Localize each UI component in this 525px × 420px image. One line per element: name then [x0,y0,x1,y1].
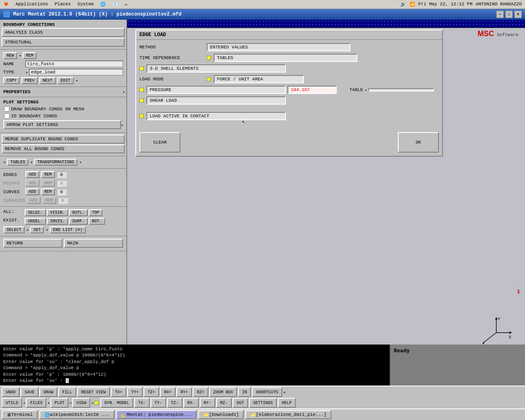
view-button[interactable]: VIEW [72,398,90,408]
terminal-icon: 🖥 [7,412,11,418]
tx-plus-button[interactable]: TX+ [111,387,126,397]
taskbar-downloads[interactable]: 📁 [Downloads] [198,410,244,419]
tx-minus-button[interactable]: TX- [134,398,150,408]
end-list-button[interactable]: END LIST (#) [50,226,86,233]
settings-button[interactable]: SETTINGS [249,398,277,408]
clear-button[interactable]: CLEAR [139,132,180,153]
taskbar-elaborazione[interactable]: 📁 [elaborazione_dati_pie...] [245,410,331,419]
out-button[interactable]: OUT [233,398,248,408]
rx-plus-button[interactable]: RX+ [160,387,176,397]
taskbar: 🖥 Terminal 🌐 wikipaom2015:lez28 ... 📐 Me… [0,409,525,420]
selec-button[interactable]: SELEC. [25,209,46,216]
ty-minus-button[interactable]: TY- [151,398,166,408]
edges-label: EDGES [3,172,24,177]
points-row: POINTS ADD REM 0 [2,179,125,187]
next-button[interactable]: NEXT [39,77,56,84]
taskbar-wiki[interactable]: 🌐 wikipaom2015:lez28 ... [39,410,114,419]
return-button[interactable]: RETURN [3,239,62,248]
draw-boundary-checkbox[interactable] [4,106,9,112]
system-menu[interactable]: System [78,2,94,7]
rx-minus-button[interactable]: RX- [183,398,199,408]
tz-minus-button[interactable]: TZ- [167,398,183,408]
utils-button[interactable]: UTILS [2,398,22,408]
top-button[interactable]: TOP [89,209,103,216]
ty-plus-button[interactable]: TY+ [127,387,143,397]
app-icon: 🦊 [3,2,9,7]
visib-button[interactable]: VISIB. [47,209,68,216]
arrow-plot-button[interactable]: ARROW PLOT SETTINGS [3,120,121,129]
rem-button[interactable]: REM [23,52,37,59]
minimize-button[interactable]: − [496,11,504,18]
plot-button[interactable]: PLOT [50,398,68,408]
type-input[interactable] [29,69,123,75]
edges-rem-button[interactable]: REM [41,171,55,178]
unsel-button[interactable]: UNSEL. [25,218,46,225]
zoom-box-button[interactable]: ZOOM BOX [209,387,237,397]
rz-minus-button[interactable]: RZ- [216,398,232,408]
console-line-4: Command > *apply_dof_value p [3,365,386,371]
curves-add-button[interactable]: ADD [25,188,39,195]
new-button[interactable]: NEW [3,52,17,59]
ry-plus-button[interactable]: RY+ [176,387,192,397]
in-button[interactable]: IN [238,387,251,397]
close-button[interactable]: × [514,11,522,18]
bot-button[interactable]: BOT. [89,218,105,225]
id-boundary-checkbox[interactable] [4,113,9,119]
pressure-label-field: PRESSURE [146,86,286,94]
surfaces-add-button[interactable]: ADD [27,197,41,204]
pressure-value[interactable]: 104.167 [288,86,337,94]
invis-button[interactable]: INVIS. [47,218,68,225]
tz-plus-button[interactable]: TZ+ [144,387,159,397]
ry-minus-button[interactable]: RY- [200,398,215,408]
files-button[interactable]: FILES [26,398,46,408]
applications-menu[interactable]: Applications [16,2,48,7]
surf-button[interactable]: SURF. [69,218,88,225]
analysis-class-button[interactable]: ANALYSIS CLASS [2,28,125,37]
tables-button[interactable]: TABLES [7,159,28,166]
rz-plus-button[interactable]: RZ+ [193,387,208,397]
shortcuts-button[interactable]: SHORTCUTS [252,387,282,397]
window-controls[interactable]: − □ × [496,11,522,18]
dyn-model-button[interactable]: DYN. MODEL [100,398,133,408]
time-dep-field[interactable]: TABLES [214,54,357,62]
table-label: TABLE [338,87,363,92]
draw-button[interactable]: DRAW [39,387,57,397]
table-value[interactable] [368,88,434,91]
set-button[interactable]: SET [30,226,44,233]
outl-button[interactable]: OUTL. [69,209,88,216]
dialog-content: METHOD ENTERED VALUES TIME DEPENDENCE TA… [136,40,442,156]
properties-arrow: ◂ [123,90,125,94]
console-line-3: Enter value for 'su' : *clear_apply_dof … [3,359,386,365]
prev-button[interactable]: PREV [21,77,38,84]
taskbar-mentat[interactable]: 📐 Mentat: piedeconspino... [116,410,196,419]
select-button[interactable]: SELECT [3,226,25,233]
shortcuts-arrow: ◂ [283,390,285,395]
maximize-button[interactable]: □ [505,11,513,18]
reset-view-button[interactable]: RESET VIEW [77,387,110,397]
merge-dup-button[interactable]: MERGE DUPLICATE BOUND CONDS [2,135,125,144]
console-line-6: Enter value for 'su' : [3,378,386,384]
surfaces-rem-button[interactable]: REM [42,197,56,204]
edit-button[interactable]: EDIT [57,77,74,84]
save-button[interactable]: SAVE [21,387,39,397]
edges-add-button[interactable]: ADD [25,171,39,178]
help-button[interactable]: HELP [278,398,296,408]
curves-rem-button[interactable]: REM [41,188,55,195]
points-add-button[interactable]: ADD [25,180,39,187]
structural-button[interactable]: STRUCTURAL [2,38,125,47]
load-mode-field[interactable]: FORCE / UNIT AREA [214,75,304,83]
curves-row: CURVES ADD REM 0 [2,187,125,196]
main-button[interactable]: MAIN [64,239,123,248]
ok-button[interactable]: OK [398,132,439,153]
places-menu[interactable]: Places [55,2,71,7]
copy-button[interactable]: COPY [3,77,20,84]
remove-all-button[interactable]: REMOVE ALL BOUND CONDS [2,144,125,153]
points-rem-button[interactable]: REM [41,180,55,187]
transformations-button[interactable]: TRANSFORMATIONS [34,159,78,166]
name-input[interactable] [25,61,123,67]
taskbar-terminal[interactable]: 🖥 Terminal [2,410,38,419]
undo-button[interactable]: UNDO [2,387,20,397]
fill-button[interactable]: FILL [58,387,76,397]
select-row-2: EXIST. UNSEL. INVIS. SURF. BOT. [2,217,125,226]
window-title: Marc Mentat 2013.1.0 (64bit) (X) : piede… [13,11,181,17]
